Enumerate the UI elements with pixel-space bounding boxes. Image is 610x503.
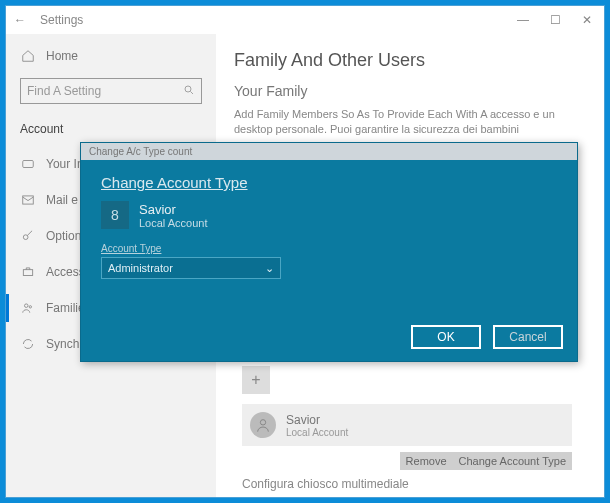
kiosk-link[interactable]: Configura chiosco multimediale bbox=[242, 477, 409, 491]
svg-point-5 bbox=[25, 304, 29, 308]
sidebar-section: Account bbox=[20, 122, 202, 136]
dialog-avatar: 8 bbox=[101, 201, 129, 229]
user-tile[interactable]: Savior Local Account bbox=[242, 404, 572, 446]
ok-button[interactable]: OK bbox=[411, 325, 481, 349]
page-subheading: Your Family bbox=[234, 83, 586, 99]
people-icon bbox=[20, 300, 36, 316]
other-users-area: + Savior Local Account Change Account Ty… bbox=[242, 366, 572, 470]
dialog-heading: Change Account Type bbox=[101, 174, 557, 191]
svg-point-3 bbox=[23, 235, 28, 240]
key-icon bbox=[20, 228, 36, 244]
family-description: Add Family Members So As To Provide Each… bbox=[234, 107, 586, 138]
sidebar-home-label: Home bbox=[46, 49, 78, 63]
page-heading: Family And Other Users bbox=[234, 50, 586, 71]
avatar-icon bbox=[250, 412, 276, 438]
sidebar-item-label: Access bbox=[46, 265, 85, 279]
dialog-account-name: Savior bbox=[139, 202, 208, 217]
search-icon bbox=[183, 84, 195, 99]
user-tile-sub: Local Account bbox=[286, 427, 348, 438]
dialog-titlebar: Change A/c Type count bbox=[81, 143, 577, 160]
chevron-down-icon: ⌄ bbox=[265, 262, 274, 275]
search-input[interactable]: Find A Setting bbox=[20, 78, 202, 104]
sidebar-home[interactable]: Home bbox=[20, 42, 202, 70]
mail-icon bbox=[20, 192, 36, 208]
change-account-type-button[interactable]: Change Account Type bbox=[453, 452, 572, 470]
account-type-label: Account Type bbox=[101, 243, 557, 254]
change-account-type-dialog: Change A/c Type count Change Account Typ… bbox=[80, 142, 578, 362]
account-type-dropdown[interactable]: Administrator ⌄ bbox=[101, 257, 281, 279]
dropdown-value: Administrator bbox=[108, 262, 173, 274]
window-title: Settings bbox=[40, 13, 83, 27]
home-icon bbox=[20, 48, 36, 64]
search-placeholder: Find A Setting bbox=[27, 84, 101, 98]
maximize-button[interactable]: ☐ bbox=[546, 13, 564, 27]
titlebar: ← Settings — ☐ ✕ bbox=[6, 6, 604, 34]
svg-rect-2 bbox=[23, 196, 34, 204]
svg-point-7 bbox=[260, 420, 265, 425]
svg-point-6 bbox=[29, 306, 31, 308]
user-tile-name: Savior bbox=[286, 413, 348, 427]
remove-user-button[interactable]: Remove bbox=[400, 452, 453, 470]
minimize-button[interactable]: — bbox=[514, 13, 532, 27]
add-user-button[interactable]: + bbox=[242, 366, 270, 394]
svg-rect-1 bbox=[23, 161, 34, 168]
sync-icon bbox=[20, 336, 36, 352]
briefcase-icon bbox=[20, 264, 36, 280]
sidebar-item-label: Option bbox=[46, 229, 81, 243]
svg-point-0 bbox=[185, 86, 191, 92]
user-icon bbox=[20, 156, 36, 172]
close-button[interactable]: ✕ bbox=[578, 13, 596, 27]
settings-window: ← Settings — ☐ ✕ Home Find A Setting Acc… bbox=[5, 5, 605, 498]
back-button[interactable]: ← bbox=[14, 13, 26, 27]
svg-rect-4 bbox=[23, 270, 32, 276]
cancel-button[interactable]: Cancel bbox=[493, 325, 563, 349]
dialog-account-sub: Local Account bbox=[139, 217, 208, 229]
